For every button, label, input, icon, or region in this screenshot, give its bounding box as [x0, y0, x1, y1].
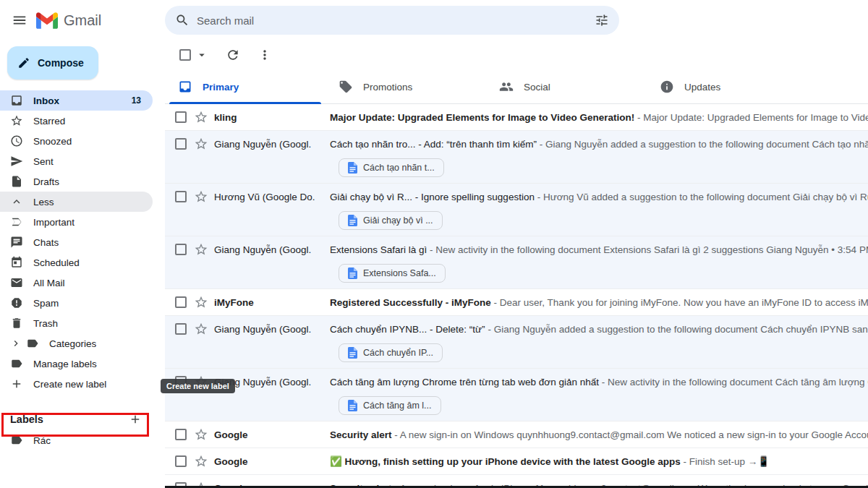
star-icon[interactable] — [194, 322, 208, 336]
search-icon[interactable] — [175, 13, 190, 27]
email-row[interactable]: Giang Nguyễn (Googl.Cách chuyển IPYNB...… — [165, 316, 868, 369]
sidebar-item-trash[interactable]: Trash — [0, 313, 153, 333]
sidebar-item-label: Create new label — [33, 379, 106, 390]
doc-attachment-chip[interactable]: Giải chạy bộ vì ... — [339, 211, 443, 230]
sidebar-item-label: Categories — [49, 338, 96, 349]
select-all-checkbox[interactable] — [179, 49, 191, 61]
sidebar-item-snoozed[interactable]: Snoozed — [0, 131, 153, 151]
gmail-logo[interactable]: Gmail — [36, 12, 101, 29]
chip-label: Extensions Safa... — [363, 268, 436, 278]
google-docs-icon — [348, 215, 357, 226]
email-checkbox[interactable] — [175, 191, 187, 202]
email-sender: iMyFone — [214, 297, 330, 308]
email-checkbox[interactable] — [175, 429, 187, 440]
email-checkbox[interactable] — [175, 296, 187, 308]
star-icon[interactable] — [194, 110, 208, 124]
email-subject: Extensions Safari là gì — [330, 244, 427, 255]
email-row[interactable]: iMyFoneRegistered Successfully - iMyFone… — [165, 289, 868, 316]
sidebar-item-categories[interactable]: Categories — [0, 333, 153, 354]
email-sender: Giang Nguyễn (Googl. — [214, 139, 330, 150]
email-checkbox[interactable] — [175, 244, 187, 255]
trash-icon — [10, 317, 23, 330]
email-row[interactable]: Giang Nguyễn (Googl.Cách tạo nhãn tro...… — [165, 131, 868, 184]
sidebar-item-sent[interactable]: Sent — [0, 151, 153, 171]
sidebar-item-all-mail[interactable]: All Mail — [0, 273, 153, 293]
sidebar-item-label: Important — [33, 217, 75, 228]
google-docs-icon — [348, 267, 357, 279]
star-icon[interactable] — [194, 242, 208, 257]
send-icon — [10, 155, 23, 168]
email-preview: Cách tăng âm lượng Chrome trên từng tab … — [330, 377, 868, 388]
sidebar-item-label: Spam — [33, 298, 59, 309]
sidebar-item-spam[interactable]: Spam — [0, 293, 153, 313]
star-icon[interactable] — [194, 295, 208, 309]
email-subject: Giải chạy bộ vì R... - Ignore spelling s… — [330, 192, 535, 202]
label-item-r-c[interactable]: Rác — [0, 430, 165, 450]
more-options-icon[interactable] — [258, 48, 272, 62]
sidebar-nav: Inbox13StarredSnoozedSentDraftsLessImpor… — [0, 90, 165, 394]
email-row[interactable]: Google✅ Hương, finish setting up your iP… — [165, 448, 868, 475]
google-docs-icon — [348, 347, 357, 359]
email-row[interactable]: GoogleSecurity alert - A new sign-in on … — [165, 421, 868, 448]
email-preview: Extensions Safari là gì - New activity i… — [330, 244, 868, 255]
email-checkbox[interactable] — [175, 455, 187, 467]
star-icon[interactable] — [194, 137, 208, 151]
sidebar-item-label: Less — [33, 197, 54, 207]
sidebar-item-less[interactable]: Less — [0, 192, 153, 212]
labels-header: Labels — [0, 408, 165, 430]
tab-label: Social — [524, 82, 550, 93]
plus-icon — [10, 377, 23, 390]
email-preview: Major Update: Upgraded Elements for Imag… — [330, 112, 868, 123]
email-checkbox[interactable] — [175, 111, 187, 123]
email-subject: Cách tạo nhãn tro... - Add: “trên thanh … — [330, 139, 537, 150]
tag-icon — [339, 80, 353, 94]
email-row[interactable]: klingMajor Update: Upgraded Elements for… — [165, 104, 868, 131]
email-list: klingMajor Update: Upgraded Elements for… — [165, 104, 868, 488]
search-filter-icon[interactable] — [595, 13, 609, 27]
sidebar-item-scheduled[interactable]: Scheduled — [0, 252, 153, 273]
chip-label: Giải chạy bộ vì ... — [363, 215, 433, 226]
list-toolbar — [165, 40, 868, 69]
doc-attachment-chip[interactable]: Cách chuyển IP... — [339, 343, 443, 362]
doc-attachment-chip[interactable]: Cách tạo nhãn t... — [339, 158, 444, 177]
search-bar — [165, 6, 619, 35]
sidebar-item-starred[interactable]: Starred — [0, 111, 153, 131]
label-name: Rác — [33, 435, 51, 446]
sidebar-item-drafts[interactable]: Drafts — [0, 171, 153, 192]
star-icon[interactable] — [194, 454, 208, 468]
sidebar-item-label: Starred — [33, 116, 65, 127]
sidebar-item-label: All Mail — [33, 278, 65, 288]
doc-attachment-chip[interactable]: Extensions Safa... — [339, 264, 446, 283]
doc-attachment-chip[interactable]: Cách tăng âm l... — [339, 396, 441, 415]
tab-social[interactable]: Social — [486, 69, 647, 104]
sidebar-item-inbox[interactable]: Inbox13 — [0, 90, 153, 111]
select-dropdown-icon[interactable] — [195, 48, 208, 61]
tab-updates[interactable]: Updates — [647, 69, 807, 104]
star-icon[interactable] — [194, 189, 208, 204]
email-row[interactable]: Giang Nguyễn (Googl.Cách tăng âm lượng C… — [165, 369, 868, 421]
email-row[interactable]: Giang Nguyễn (Googl.Extensions Safari là… — [165, 236, 868, 289]
content: Compose Inbox13StarredSnoozedSentDraftsL… — [0, 40, 868, 488]
add-label-icon[interactable] — [129, 413, 142, 426]
email-row[interactable]: Hương Vũ (Google Do.Giải chạy bộ vì R...… — [165, 184, 868, 236]
sidebar-item-manage-labels[interactable]: Manage labels — [0, 354, 153, 374]
email-snippet: Finish set-up →📱 — [689, 456, 770, 467]
inbox-icon — [10, 94, 23, 107]
refresh-icon[interactable] — [226, 48, 240, 62]
compose-button[interactable]: Compose — [7, 46, 98, 80]
sidebar-item-important[interactable]: Important — [0, 212, 153, 232]
hamburger-menu-icon[interactable] — [12, 12, 27, 28]
tab-promotions[interactable]: Promotions — [326, 69, 486, 104]
email-sender: kling — [214, 112, 330, 123]
sidebar-item-create-new-label[interactable]: Create new label — [0, 374, 153, 394]
email-checkbox[interactable] — [175, 138, 187, 150]
email-checkbox[interactable] — [175, 323, 187, 335]
tab-primary[interactable]: Primary — [165, 69, 326, 104]
header-left: Gmail — [0, 12, 165, 29]
star-icon[interactable] — [194, 427, 208, 442]
chevron-right-icon — [10, 338, 22, 349]
email-snippet: Dear user, Thank you for joining iMyFone… — [500, 297, 868, 308]
sidebar-item-chats[interactable]: Chats — [0, 232, 153, 252]
search-input[interactable] — [197, 14, 587, 27]
sidebar-item-label: Sent — [33, 156, 54, 167]
